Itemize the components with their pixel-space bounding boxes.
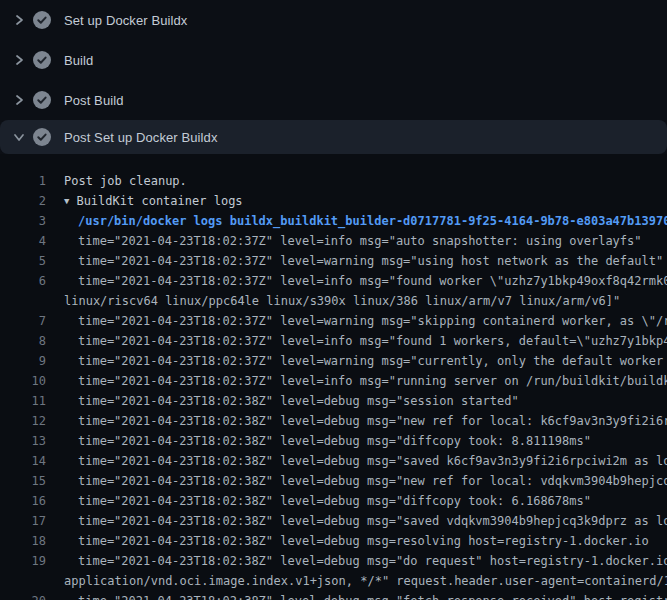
log-line-number[interactable]: 3 (0, 211, 46, 231)
log-text: time="2021-04-23T18:02:37Z" level=info m… (78, 231, 642, 251)
check-circle-icon (33, 11, 51, 29)
log-line: 1Post job cleanup. (0, 171, 667, 191)
step-row-post-build[interactable]: Post Build (0, 80, 667, 120)
log-text: time="2021-04-23T18:02:38Z" level=debug … (78, 411, 667, 431)
log-text: time="2021-04-23T18:02:38Z" level=debug … (78, 591, 667, 600)
log-command-text: /usr/bin/docker logs buildx_buildkit_bui… (78, 211, 667, 231)
log-viewer: 1Post job cleanup.2▼BuildKit container l… (0, 154, 667, 600)
log-line-number[interactable]: 17 (0, 511, 46, 531)
chevron-down-icon (12, 130, 26, 144)
log-line: linux/riscv64 linux/ppc64le linux/s390x … (0, 291, 667, 311)
check-circle-icon (33, 91, 51, 109)
log-line: 9time="2021-04-23T18:02:37Z" level=warni… (0, 351, 667, 371)
log-line: 8time="2021-04-23T18:02:37Z" level=info … (0, 331, 667, 351)
chevron-right-icon (12, 53, 26, 67)
log-line-number[interactable]: 4 (0, 231, 46, 251)
log-text: time="2021-04-23T18:02:38Z" level=debug … (78, 451, 667, 471)
log-line-number[interactable]: 16 (0, 491, 46, 511)
log-line-number[interactable]: 8 (0, 331, 46, 351)
check-circle-icon (33, 51, 51, 69)
log-text: time="2021-04-23T18:02:38Z" level=debug … (78, 511, 667, 531)
log-text: time="2021-04-23T18:02:38Z" level=debug … (78, 491, 591, 511)
log-text: time="2021-04-23T18:02:37Z" level=info m… (78, 331, 667, 351)
log-group-header[interactable]: ▼BuildKit container logs (64, 191, 243, 211)
step-label: Build (64, 53, 93, 68)
log-line-number[interactable]: 10 (0, 371, 46, 391)
step-row-build[interactable]: Build (0, 40, 667, 80)
step-row-set-up-docker-buildx[interactable]: Set up Docker Buildx (0, 0, 667, 40)
log-text: time="2021-04-23T18:02:37Z" level=warnin… (78, 311, 667, 331)
log-text: time="2021-04-23T18:02:37Z" level=info m… (78, 371, 667, 391)
log-line-number[interactable]: 5 (0, 251, 46, 271)
log-text: time="2021-04-23T18:02:38Z" level=debug … (78, 431, 591, 451)
log-line: 17time="2021-04-23T18:02:38Z" level=debu… (0, 511, 667, 531)
log-line: 11time="2021-04-23T18:02:38Z" level=debu… (0, 391, 667, 411)
log-line: application/vnd.oci.image.index.v1+json,… (0, 571, 667, 591)
log-text: time="2021-04-23T18:02:37Z" level=info m… (78, 271, 667, 291)
log-line: 20time="2021-04-23T18:02:38Z" level=debu… (0, 591, 667, 600)
step-label: Post Build (64, 93, 124, 108)
log-line-number[interactable]: 20 (0, 591, 46, 600)
log-line: 18time="2021-04-23T18:02:38Z" level=debu… (0, 531, 667, 551)
log-text: time="2021-04-23T18:02:38Z" level=debug … (78, 391, 519, 411)
log-group-label: BuildKit container logs (76, 194, 242, 208)
log-text: time="2021-04-23T18:02:38Z" level=debug … (78, 531, 649, 551)
log-text: time="2021-04-23T18:02:37Z" level=warnin… (78, 251, 663, 271)
step-label: Post Set up Docker Buildx (64, 130, 218, 145)
log-line-number[interactable]: 11 (0, 391, 46, 411)
log-line-number[interactable]: 6 (0, 271, 46, 291)
log-line-number[interactable]: 9 (0, 351, 46, 371)
check-circle-icon (33, 128, 51, 146)
log-text: application/vnd.oci.image.index.v1+json,… (64, 571, 667, 591)
log-line: 5time="2021-04-23T18:02:37Z" level=warni… (0, 251, 667, 271)
log-line-number[interactable]: 14 (0, 451, 46, 471)
log-line: 12time="2021-04-23T18:02:38Z" level=debu… (0, 411, 667, 431)
log-line-number[interactable]: 13 (0, 431, 46, 451)
log-line-number[interactable]: 15 (0, 471, 46, 491)
log-line: 3/usr/bin/docker logs buildx_buildkit_bu… (0, 211, 667, 231)
chevron-right-icon (12, 13, 26, 27)
log-text: time="2021-04-23T18:02:38Z" level=debug … (78, 471, 667, 491)
log-line: 6time="2021-04-23T18:02:37Z" level=info … (0, 271, 667, 291)
steps-list: Set up Docker BuildxBuildPost BuildPost … (0, 0, 667, 154)
log-line-number[interactable]: 2 (0, 191, 46, 211)
log-line: 2▼BuildKit container logs (0, 191, 667, 211)
log-line: 13time="2021-04-23T18:02:38Z" level=debu… (0, 431, 667, 451)
step-row-post-set-up-docker-buildx[interactable]: Post Set up Docker Buildx (0, 120, 667, 154)
log-line: 7time="2021-04-23T18:02:37Z" level=warni… (0, 311, 667, 331)
log-text: time="2021-04-23T18:02:38Z" level=debug … (78, 551, 667, 571)
log-line-number[interactable]: 12 (0, 411, 46, 431)
log-line-number[interactable]: 18 (0, 531, 46, 551)
log-group-caret-icon: ▼ (64, 191, 69, 211)
log-text: linux/riscv64 linux/ppc64le linux/s390x … (64, 291, 620, 311)
log-line-number[interactable]: 19 (0, 551, 46, 571)
log-line-number[interactable]: 7 (0, 311, 46, 331)
step-label: Set up Docker Buildx (64, 13, 187, 28)
log-line: 10time="2021-04-23T18:02:37Z" level=info… (0, 371, 667, 391)
log-text: time="2021-04-23T18:02:37Z" level=warnin… (78, 351, 667, 371)
log-text: Post job cleanup. (64, 171, 187, 191)
log-line-number[interactable]: 1 (0, 171, 46, 191)
log-line: 15time="2021-04-23T18:02:38Z" level=debu… (0, 471, 667, 491)
log-line: 14time="2021-04-23T18:02:38Z" level=debu… (0, 451, 667, 471)
log-line: 19time="2021-04-23T18:02:38Z" level=debu… (0, 551, 667, 571)
log-line: 16time="2021-04-23T18:02:38Z" level=debu… (0, 491, 667, 511)
log-line: 4time="2021-04-23T18:02:37Z" level=info … (0, 231, 667, 251)
chevron-right-icon (12, 93, 26, 107)
